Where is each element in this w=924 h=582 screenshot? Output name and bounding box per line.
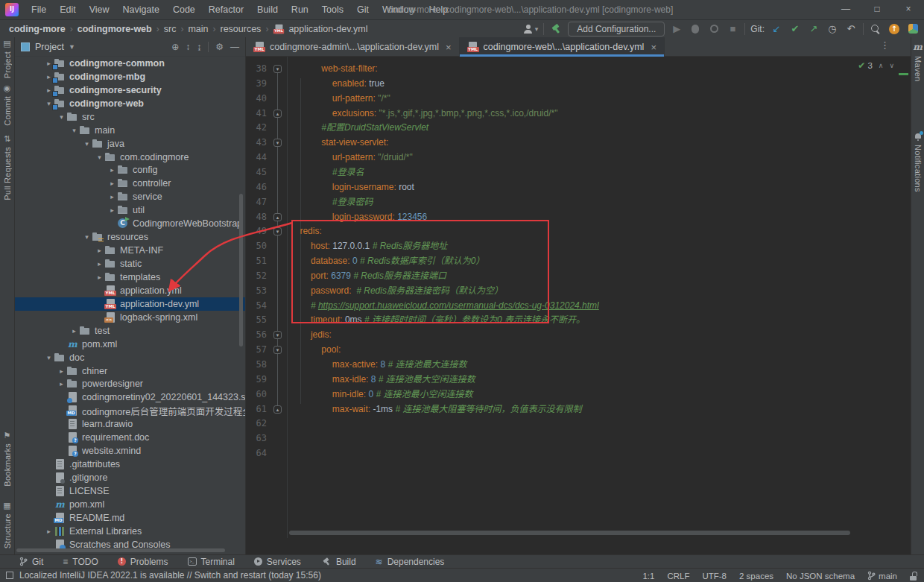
ide-update-icon[interactable]: ↑ <box>887 22 901 37</box>
rollback-icon[interactable]: ↶ <box>844 22 858 37</box>
tree-item[interactable]: ▸config <box>15 164 246 177</box>
project-horizontal-scrollbar[interactable] <box>16 548 225 552</box>
editor-tab[interactable]: YMLcodingmore-web\...\application-dev.ym… <box>460 37 665 57</box>
settings-gear-icon[interactable]: ⚙ <box>215 42 224 52</box>
tree-item[interactable]: Scratches and Consoles <box>15 538 246 548</box>
chevron-down-icon[interactable]: ▾ <box>82 140 92 148</box>
tree-item[interactable]: MDcodingmore后台管理前端页面开发过程全记录.md <box>15 404 246 417</box>
breadcrumb-item[interactable]: src <box>164 24 177 34</box>
toolwindow-button-problems[interactable]: !Problems <box>118 555 168 569</box>
tool-stripe-structure[interactable]: ▦Structure <box>0 501 14 548</box>
tree-item[interactable]: ▸static <box>15 257 246 271</box>
git-update-icon[interactable]: ↙ <box>770 22 783 37</box>
tree-item[interactable]: <>logback-spring.xml <box>15 311 246 324</box>
menu-item-view[interactable]: View <box>83 0 116 20</box>
tab-options-kebab-icon[interactable]: ⋮ <box>880 39 890 51</box>
code-editor[interactable]: 38▾web-stat-filter:39enabled: true40url-… <box>246 57 911 538</box>
stop-icon[interactable]: ■ <box>726 22 739 37</box>
history-icon[interactable]: ◷ <box>826 22 839 37</box>
debug-icon[interactable] <box>689 22 702 37</box>
chevron-right-icon[interactable]: ▸ <box>107 180 117 187</box>
tree-item[interactable]: .gitattributes <box>15 458 246 471</box>
breadcrumb-item[interactable]: application-dev.yml <box>288 24 367 34</box>
tree-item[interactable]: ▾doc <box>15 351 246 364</box>
toolwindow-button-dependencies[interactable]: ≋Dependencies <box>376 555 445 569</box>
toolwindow-button-build[interactable]: Build <box>320 555 356 569</box>
fold-marker-open-icon[interactable]: ▾ <box>273 346 282 354</box>
toolwindow-button-todo[interactable]: ≡TODO <box>63 555 98 569</box>
tree-item[interactable]: ▸codingmore-mbg <box>15 70 246 83</box>
locate-icon[interactable]: ⊕ <box>171 42 179 52</box>
close-button[interactable]: × <box>893 0 924 20</box>
build-hammer-icon[interactable] <box>549 22 563 37</box>
tree-item[interactable]: ▸util <box>15 203 246 217</box>
tree-item[interactable]: ▸chiner <box>15 364 246 378</box>
tree-item[interactable]: pom.xml <box>15 338 246 351</box>
hide-icon[interactable]: ― <box>230 42 239 52</box>
status-item[interactable]: 2 spaces <box>739 572 773 581</box>
tool-stripe-notifications[interactable]: Notifications <box>911 133 924 192</box>
tree-item[interactable]: codingmoretiny02_20220601_144323.sql <box>15 390 246 404</box>
tool-stripe-project[interactable]: ▤Project <box>0 39 14 78</box>
maximize-button[interactable]: □ <box>861 0 893 20</box>
collapse-all-icon[interactable]: ↨ <box>197 42 201 52</box>
tree-item[interactable]: ▸controller <box>15 177 246 190</box>
tree-item[interactable]: YMLapplication.yml <box>15 284 246 297</box>
user-icon[interactable]: ▾ <box>523 22 539 37</box>
tree-item[interactable]: ?website.xmind <box>15 444 246 458</box>
status-message[interactable]: Localized IntelliJ IDEA 2022.1 is availa… <box>19 570 321 581</box>
project-vertical-scrollbar[interactable] <box>239 194 243 347</box>
project-panel-title[interactable]: Project <box>35 42 64 52</box>
tree-item[interactable]: YMLapplication-dev.yml <box>15 297 246 311</box>
menu-item-edit[interactable]: Edit <box>53 0 83 20</box>
tree-item[interactable]: CodingmoreWebBootstrap <box>15 217 246 230</box>
tree-item[interactable]: ▸External Libraries <box>15 525 246 538</box>
next-problem-icon[interactable]: ∨ <box>889 62 894 69</box>
plugin-icon[interactable] <box>906 22 920 37</box>
menu-item-code[interactable]: Code <box>166 0 202 20</box>
menu-item-tools[interactable]: Tools <box>315 0 350 20</box>
readonly-lock-icon[interactable] <box>910 572 917 581</box>
chevron-right-icon[interactable]: ▸ <box>69 327 79 335</box>
minimize-button[interactable]: — <box>830 0 861 20</box>
chevron-right-icon[interactable]: ▸ <box>95 273 104 281</box>
breadcrumb-item[interactable]: resources <box>220 24 261 34</box>
tree-item[interactable]: ▸test <box>15 324 246 338</box>
chevron-down-icon[interactable]: ▾ <box>95 154 104 161</box>
chevron-right-icon[interactable]: ▸ <box>107 166 117 174</box>
chevron-right-icon[interactable]: ▸ <box>95 260 104 268</box>
tool-stripe-pull-requests[interactable]: ⇅Pull Requests <box>0 134 14 200</box>
tool-stripe-commit[interactable]: ◉Commit <box>0 83 14 126</box>
expand-all-icon[interactable]: ↕ <box>186 42 190 52</box>
editor-tab[interactable]: YMLcodingmore-admin\...\application-dev.… <box>246 37 460 57</box>
tree-item[interactable]: ▸templates <box>15 271 246 284</box>
tab-close-icon[interactable]: × <box>446 42 452 52</box>
breadcrumb-item[interactable]: coding-more <box>9 24 66 34</box>
fold-marker-close-icon[interactable]: ▴ <box>273 110 282 118</box>
tree-item[interactable]: ▸powerdesigner <box>15 378 246 391</box>
chevron-down-icon[interactable]: ▾ <box>82 233 92 241</box>
fold-marker-open-icon[interactable]: ▾ <box>273 65 282 73</box>
chevron-down-icon[interactable]: ▼ <box>69 43 75 51</box>
tree-item[interactable]: ▾src <box>15 110 246 124</box>
tree-item[interactable]: ▸codingmore-common <box>15 57 246 70</box>
toolwindow-button-terminal[interactable]: >_Terminal <box>188 555 235 569</box>
fold-marker-open-icon[interactable]: ▾ <box>273 139 282 147</box>
tree-item[interactable]: ?requirement.doc <box>15 431 246 444</box>
fold-marker-open-icon[interactable]: ▾ <box>273 227 282 235</box>
breadcrumb-item[interactable]: codingmore-web <box>77 24 152 34</box>
chevron-right-icon[interactable]: ▸ <box>44 528 54 535</box>
tree-item[interactable]: .gitignore <box>15 471 246 484</box>
tree-item[interactable]: ▾resources <box>15 230 246 244</box>
git-branch-widget[interactable]: main <box>867 571 897 581</box>
chevron-down-icon[interactable]: ▾ <box>57 113 66 121</box>
fold-marker-open-icon[interactable]: ▾ <box>273 331 282 339</box>
tab-close-icon[interactable]: × <box>651 42 656 52</box>
git-push-icon[interactable]: ↗ <box>807 22 820 37</box>
tree-item[interactable]: MDREADME.md <box>15 511 246 525</box>
menu-item-navigate[interactable]: Navigate <box>116 0 166 20</box>
menu-item-build[interactable]: Build <box>250 0 285 20</box>
menu-item-file[interactable]: File <box>25 0 53 20</box>
tree-item[interactable]: LICENSE <box>15 484 246 498</box>
menu-item-run[interactable]: Run <box>285 0 315 20</box>
